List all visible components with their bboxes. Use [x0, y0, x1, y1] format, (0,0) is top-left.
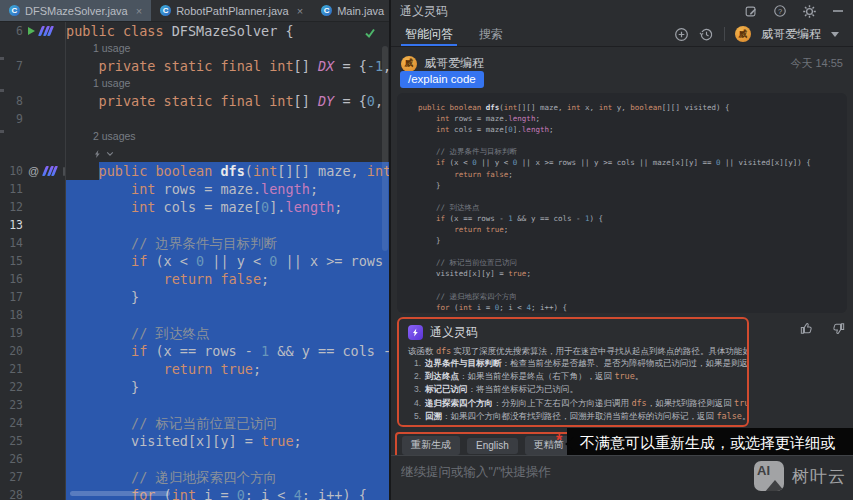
compose-icon[interactable] — [744, 4, 758, 18]
editor-line-19[interactable]: 19 // 到达终点 — [0, 324, 389, 342]
response-list-item: 4.递归探索四个方向：分别向上下左右四个方向递归调用 dfs，如果找到路径则返回… — [408, 397, 738, 410]
editor-line-21[interactable]: 21 return true; — [0, 360, 389, 378]
watermark: AI 树叶云 — [754, 461, 846, 491]
gutter-marker-icon — [63, 167, 65, 176]
editor-line-26[interactable]: 26 — [0, 450, 389, 468]
gutter-tick — [0, 130, 4, 133]
usages-hint[interactable]: 1 usage — [0, 75, 389, 92]
editor-line-7[interactable]: 7 private static final int[] DX = {-1, 1… — [0, 57, 389, 75]
assistant-titlebar: 通义灵码 ? — [391, 0, 853, 22]
editor-tab[interactable]: CRobotPathPlanner.java× — [151, 0, 312, 21]
gutter-tick — [0, 57, 4, 60]
java-class-icon: C — [160, 5, 171, 16]
inline-action-hint[interactable] — [0, 145, 389, 162]
editor-line-6[interactable]: 6public class DFSMazeSolver { — [0, 22, 389, 40]
editor-line-9[interactable]: 9 — [0, 110, 389, 128]
user-name: 威哥爱编程 — [424, 55, 484, 72]
response-title: 通义灵码 — [430, 324, 478, 341]
svg-text:?: ? — [778, 7, 782, 16]
assistant-panel-title: 通义灵码 — [400, 3, 448, 20]
response-list: 1.边界条件与目标判断：检查当前坐标是否越界、是否为障碍物或已访问过，如果是则返… — [408, 357, 738, 423]
editor-line-16[interactable]: 16 return false; — [0, 270, 389, 288]
ide-window: CDFSMazeSolver.java×CRobotPathPlanner.ja… — [0, 0, 853, 500]
tongyi-logo-icon — [408, 325, 423, 340]
java-class-icon: C — [9, 5, 20, 16]
editor-horizontal-scrollbar[interactable] — [70, 491, 170, 496]
editor-pane: CDFSMazeSolver.java×CRobotPathPlanner.ja… — [0, 0, 391, 500]
action-button[interactable]: English — [467, 438, 518, 454]
command-chip[interactable]: /explain code — [400, 71, 484, 88]
minimize-icon[interactable] — [832, 5, 844, 17]
user-avatar: 威 — [401, 56, 417, 72]
tongyi-gutter-icon[interactable] — [40, 26, 54, 36]
message-time: 今天 14:55 — [790, 56, 843, 71]
assistant-tab[interactable]: 搜索 — [479, 22, 503, 46]
close-icon[interactable]: × — [297, 5, 303, 17]
editor-line-25[interactable]: 25 visited[x][y] = true; — [0, 432, 389, 450]
account-avatar[interactable]: 威 — [735, 26, 751, 42]
code-editor[interactable]: 6public class DFSMazeSolver {1 usage7 pr… — [0, 22, 389, 500]
close-icon[interactable]: × — [136, 5, 142, 17]
editor-vertical-scrollbar[interactable] — [382, 46, 388, 251]
chevron-down-icon — [106, 150, 114, 158]
run-icon[interactable] — [28, 27, 35, 35]
editor-line-23[interactable]: 23 — [0, 396, 389, 414]
java-class-icon: C — [321, 5, 332, 16]
response-list-item: 1.边界条件与目标判断：检查当前坐标是否越界、是否为障碍物或已访问过，如果是则返… — [408, 357, 738, 370]
thumbs-up-icon[interactable] — [799, 321, 814, 336]
assistant-tabs: 智能问答搜索 威 威哥爱编程 — [391, 22, 853, 47]
user-message-header: 威 威哥爱编程 今天 14:55 — [401, 55, 843, 72]
editor-tab[interactable]: CDFSMazeSolver.java× — [0, 0, 151, 21]
override-icon: @ — [28, 162, 39, 180]
chevron-down-icon[interactable] — [831, 32, 839, 37]
response-intro: 该函数 dfs 实现了深度优先搜索算法，用于在迷宫中寻找从起点到终点的路径。具体… — [408, 345, 738, 357]
editor-line-22[interactable]: 22 } — [0, 378, 389, 396]
help-icon[interactable]: ? — [773, 4, 787, 18]
action-button[interactable]: 重新生成 — [402, 436, 460, 455]
editor-line-11[interactable]: 11 int rows = maze.length; — [0, 180, 389, 198]
chat-code-block[interactable]: public boolean dfs(int[][] maze, int x, … — [397, 93, 847, 313]
editor-line-28[interactable]: 28 for (int i = 0; i < 4; i++) { — [0, 486, 389, 500]
watermark-text: 树叶云 — [792, 465, 846, 488]
quick-action-icon — [93, 149, 102, 159]
response-list-item: 2.到达终点：如果当前坐标是终点（右下角），返回 true。 — [408, 370, 738, 383]
feedback-buttons — [799, 321, 846, 336]
account-name[interactable]: 威哥爱编程 — [761, 26, 821, 43]
editor-rows: 6public class DFSMazeSolver {1 usage7 pr… — [0, 22, 389, 500]
assistant-tab[interactable]: 智能问答 — [405, 22, 453, 46]
editor-line-8[interactable]: 8 private static final int[] DY = {0, 0,… — [0, 92, 389, 110]
watermark-logo-icon: AI — [754, 461, 784, 491]
history-icon[interactable] — [699, 27, 714, 42]
editor-line-15[interactable]: 15 if (x < 0 || y < 0 || x >= rows || y … — [0, 252, 389, 270]
response-list-item: 3.标记已访问：将当前坐标标记为已访问。 — [408, 383, 738, 396]
usages-hint[interactable]: 2 usages — [0, 128, 389, 145]
thumbs-down-icon[interactable] — [831, 321, 846, 336]
editor-line-17[interactable]: 17 } — [0, 288, 389, 306]
editor-line-14[interactable]: 14 // 边界条件与目标判断 — [0, 234, 389, 252]
usages-hint[interactable]: 1 usage — [0, 40, 389, 57]
editor-tabs: CDFSMazeSolver.java×CRobotPathPlanner.ja… — [0, 0, 408, 21]
tongyi-gutter-icon[interactable] — [44, 166, 58, 176]
gear-icon[interactable] — [802, 4, 817, 19]
inspections-ok-icon[interactable] — [364, 27, 376, 39]
editor-line-12[interactable]: 12 int cols = maze[0].length; — [0, 198, 389, 216]
editor-line-10[interactable]: 10@ public boolean dfs(int[][] maze, int… — [0, 162, 389, 180]
editor-tabbar: CDFSMazeSolver.java×CRobotPathPlanner.ja… — [0, 0, 389, 22]
new-session-icon[interactable] — [674, 27, 689, 42]
assistant-pane: 通义灵码 ? 智能问答搜索 威 威哥爱编程 威 威哥爱编程 — [391, 0, 853, 500]
editor-line-24[interactable]: 24 // 标记当前位置已访问 — [0, 414, 389, 432]
editor-line-20[interactable]: 20 if (x == rows - 1 && y == cols - 1) { — [0, 342, 389, 360]
editor-line-27[interactable]: 27 // 递归地探索四个方向 — [0, 468, 389, 486]
ai-response-box: 通义灵码 该函数 dfs 实现了深度优先搜索算法，用于在迷宫中寻找从起点到终点的… — [397, 317, 749, 427]
editor-line-18[interactable]: 18 — [0, 306, 389, 324]
chat-area: 威 威哥爱编程 今天 14:55 /explain code public bo… — [391, 48, 853, 455]
response-list-item: 5.回溯：如果四个方向都没有找到路径，回溯并取消当前坐标的访问标记，返回 fal… — [408, 410, 738, 423]
editor-line-13[interactable]: 13 — [0, 216, 389, 234]
gutter-tick — [0, 89, 4, 92]
